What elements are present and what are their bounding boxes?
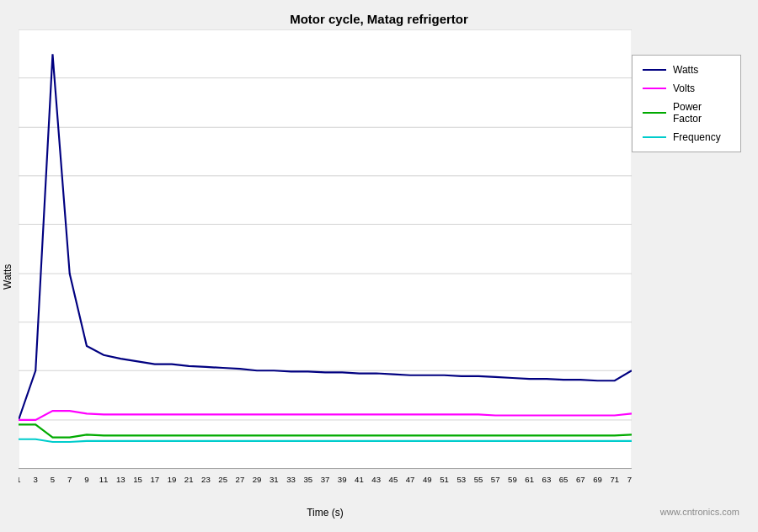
svg-text:55: 55 [474, 475, 483, 484]
svg-text:9: 9 [84, 475, 88, 484]
legend-line-frequency [643, 136, 666, 138]
svg-text:27: 27 [236, 475, 245, 484]
svg-text:35: 35 [303, 475, 312, 484]
legend-label-watts: Watts [673, 64, 698, 76]
svg-text:71: 71 [610, 475, 619, 484]
legend-item-frequency: Frequency [643, 131, 730, 143]
svg-text:19: 19 [168, 475, 177, 484]
svg-text:61: 61 [525, 475, 534, 484]
legend-label-powerfactor: Power Factor [673, 101, 730, 125]
svg-text:17: 17 [150, 475, 159, 484]
svg-text:31: 31 [270, 475, 279, 484]
legend-item-volts: Volts [643, 82, 730, 94]
legend-line-volts [643, 88, 666, 89]
svg-text:59: 59 [508, 475, 517, 484]
svg-text:47: 47 [406, 475, 415, 484]
x-axis-label: Time (s) [19, 505, 632, 524]
svg-text:15: 15 [133, 475, 142, 484]
svg-text:57: 57 [491, 475, 500, 484]
svg-text:49: 49 [423, 475, 432, 484]
svg-text:51: 51 [440, 475, 449, 484]
svg-text:43: 43 [371, 475, 381, 484]
svg-text:67: 67 [576, 475, 585, 484]
svg-text:33: 33 [286, 475, 296, 484]
svg-text:63: 63 [542, 475, 552, 484]
legend-line-watts [643, 69, 666, 71]
watermark: www.cntronics.com [660, 507, 739, 517]
svg-text:41: 41 [355, 475, 364, 484]
chart-title: Motor cycle, Matag refrigertor [290, 12, 468, 26]
chart-container: Motor cycle, Matag refrigertor Watts [0, 0, 758, 532]
svg-text:73: 73 [627, 475, 632, 484]
svg-text:21: 21 [184, 475, 194, 484]
chart-area: Watts [0, 29, 758, 532]
svg-text:7: 7 [67, 475, 72, 484]
svg-text:5: 5 [51, 475, 55, 484]
svg-text:3: 3 [34, 475, 38, 484]
svg-text:37: 37 [321, 475, 330, 484]
svg-text:53: 53 [456, 475, 466, 484]
legend-line-powerfactor [643, 112, 666, 114]
svg-text:11: 11 [99, 475, 109, 484]
legend-label-volts: Volts [673, 82, 695, 94]
svg-text:25: 25 [218, 475, 227, 484]
svg-text:69: 69 [593, 475, 602, 484]
svg-text:29: 29 [253, 475, 262, 484]
svg-text:45: 45 [389, 475, 398, 484]
chart-svg: 0 100 200 300 400 500 600 700 800 900 1 [19, 29, 632, 505]
svg-text:65: 65 [559, 475, 568, 484]
legend-label-frequency: Frequency [673, 131, 721, 143]
plot-and-legend: 0 100 200 300 400 500 600 700 800 900 1 [19, 29, 758, 524]
svg-text:13: 13 [116, 475, 125, 484]
svg-text:39: 39 [338, 475, 347, 484]
legend-item-watts: Watts [643, 64, 730, 76]
y-axis-label: Watts [0, 29, 19, 524]
plot-wrapper: 0 100 200 300 400 500 600 700 800 900 1 [19, 29, 632, 524]
svg-text:23: 23 [201, 475, 211, 484]
svg-text:1: 1 [19, 475, 21, 484]
svg-rect-0 [19, 29, 632, 469]
legend-item-powerfactor: Power Factor [643, 101, 730, 125]
chart-inner: 0 100 200 300 400 500 600 700 800 900 1 [19, 29, 758, 524]
legend: Watts Volts Power Factor Frequency [632, 55, 741, 152]
